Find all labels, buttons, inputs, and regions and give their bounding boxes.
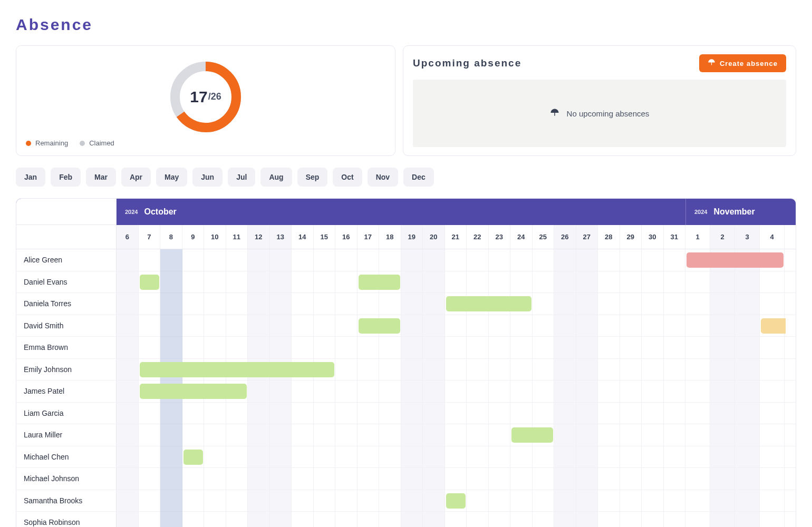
grid-cell[interactable] xyxy=(620,446,642,468)
grid-cell[interactable] xyxy=(735,315,760,337)
grid-cell[interactable] xyxy=(401,424,423,446)
grid-cell[interactable] xyxy=(292,380,314,402)
absence-bar[interactable] xyxy=(140,384,247,399)
grid-cell[interactable] xyxy=(445,337,467,358)
grid-cell[interactable] xyxy=(685,315,710,337)
grid-cell[interactable] xyxy=(226,490,248,512)
grid-cell[interactable] xyxy=(117,271,139,293)
grid-cell[interactable] xyxy=(554,424,576,446)
grid-cell[interactable] xyxy=(489,468,511,490)
grid-cell[interactable] xyxy=(401,249,423,271)
grid-cell[interactable] xyxy=(598,380,620,402)
grid-cell[interactable] xyxy=(598,446,620,468)
grid-cell[interactable] xyxy=(226,337,248,358)
grid-cell[interactable] xyxy=(620,293,642,315)
grid-cell[interactable] xyxy=(735,293,760,315)
grid-cell[interactable] xyxy=(117,446,139,468)
grid-cell[interactable] xyxy=(642,424,664,446)
grid-cell[interactable] xyxy=(445,380,467,402)
grid-cell[interactable] xyxy=(248,490,270,512)
grid-cell[interactable] xyxy=(139,490,161,512)
grid-cell[interactable] xyxy=(467,512,489,527)
grid-cell[interactable] xyxy=(182,512,205,527)
grid-cell[interactable] xyxy=(117,337,139,358)
grid-cell[interactable] xyxy=(664,271,686,293)
grid-cell[interactable] xyxy=(489,446,511,468)
grid-cell[interactable] xyxy=(248,403,270,424)
grid-cell[interactable] xyxy=(710,337,735,358)
grid-cell[interactable] xyxy=(379,380,401,402)
grid-cell[interactable] xyxy=(226,271,248,293)
grid-cell[interactable] xyxy=(160,271,182,293)
grid-cell[interactable] xyxy=(554,380,576,402)
grid-cell[interactable] xyxy=(379,424,401,446)
grid-cell[interactable] xyxy=(598,337,620,358)
grid-cell[interactable] xyxy=(204,490,226,512)
grid-cell[interactable] xyxy=(160,490,182,512)
grid-cell[interactable] xyxy=(710,446,735,468)
grid-cell[interactable] xyxy=(314,271,336,293)
grid-cell[interactable] xyxy=(401,337,423,358)
grid-cell[interactable] xyxy=(710,424,735,446)
grid-cell[interactable] xyxy=(735,337,760,358)
grid-cell[interactable] xyxy=(204,293,226,315)
grid-cell[interactable] xyxy=(642,403,664,424)
grid-cell[interactable] xyxy=(139,315,161,337)
grid-cell[interactable] xyxy=(576,424,598,446)
grid-cell[interactable] xyxy=(379,249,401,271)
grid-cell[interactable] xyxy=(664,446,686,468)
grid-cell[interactable] xyxy=(735,468,760,490)
grid-cell[interactable] xyxy=(685,490,710,512)
grid-cell[interactable] xyxy=(314,468,336,490)
grid-cell[interactable] xyxy=(489,424,511,446)
grid-cell[interactable] xyxy=(335,337,357,358)
grid-cell[interactable] xyxy=(710,490,735,512)
grid-cell[interactable] xyxy=(710,359,735,380)
grid-cell[interactable] xyxy=(226,468,248,490)
grid-cell[interactable] xyxy=(620,512,642,527)
grid-cell[interactable] xyxy=(248,446,270,468)
grid-cell[interactable] xyxy=(314,403,336,424)
grid-cell[interactable] xyxy=(760,446,785,468)
grid-cell[interactable] xyxy=(139,468,161,490)
grid-cell[interactable] xyxy=(735,359,760,380)
grid-cell[interactable] xyxy=(664,249,686,271)
grid-cell[interactable] xyxy=(642,359,664,380)
grid-cell[interactable] xyxy=(314,337,336,358)
grid-cell[interactable] xyxy=(598,424,620,446)
month-chip-jun[interactable]: Jun xyxy=(192,168,223,187)
grid-cell[interactable] xyxy=(642,315,664,337)
grid-cell[interactable] xyxy=(445,512,467,527)
grid-cell[interactable] xyxy=(533,271,555,293)
grid-cell[interactable] xyxy=(314,512,336,527)
grid-cell[interactable] xyxy=(735,380,760,402)
grid-cell[interactable] xyxy=(445,359,467,380)
grid-cell[interactable] xyxy=(423,359,445,380)
grid-cell[interactable] xyxy=(117,468,139,490)
grid-cell[interactable] xyxy=(664,512,686,527)
grid-cell[interactable] xyxy=(445,315,467,337)
grid-cell[interactable] xyxy=(576,271,598,293)
grid-cell[interactable] xyxy=(423,490,445,512)
grid-cell[interactable] xyxy=(510,403,533,424)
grid-cell[interactable] xyxy=(423,337,445,358)
grid-cell[interactable] xyxy=(292,337,314,358)
grid-cell[interactable] xyxy=(760,337,785,358)
grid-cell[interactable] xyxy=(117,403,139,424)
grid-cell[interactable] xyxy=(576,403,598,424)
grid-cell[interactable] xyxy=(710,380,735,402)
grid-cell[interactable] xyxy=(204,512,226,527)
grid-cell[interactable] xyxy=(554,337,576,358)
grid-cell[interactable] xyxy=(576,446,598,468)
grid-cell[interactable] xyxy=(760,271,785,293)
grid-cell[interactable] xyxy=(423,446,445,468)
grid-cell[interactable] xyxy=(710,512,735,527)
grid-cell[interactable] xyxy=(314,315,336,337)
grid-cell[interactable] xyxy=(510,249,533,271)
grid-cell[interactable] xyxy=(533,512,555,527)
grid-cell[interactable] xyxy=(270,249,292,271)
grid-cell[interactable] xyxy=(160,446,182,468)
absence-bar[interactable] xyxy=(183,450,204,465)
grid-cell[interactable] xyxy=(760,468,785,490)
grid-cell[interactable] xyxy=(335,446,357,468)
